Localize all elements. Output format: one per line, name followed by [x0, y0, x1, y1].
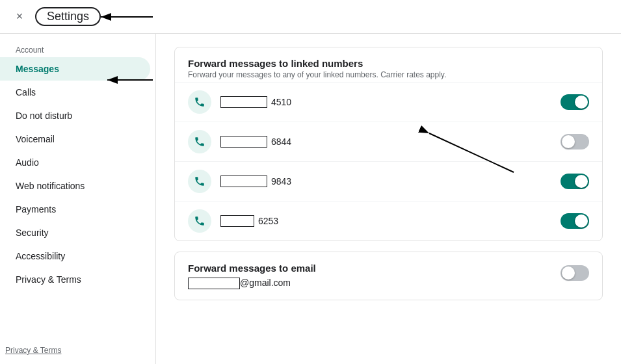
sidebar-item-do-not-disturb[interactable]: Do not disturb: [0, 104, 150, 127]
forward-email-content: Forward messages to email @gmail.com: [188, 263, 553, 289]
privacy-terms-footer[interactable]: Privacy & Terms: [5, 346, 61, 355]
sidebar-item-voicemail[interactable]: Voicemail: [0, 127, 150, 151]
sidebar-label-messages: Messages: [16, 64, 59, 74]
sidebar-label-audio: Audio: [16, 157, 39, 168]
header: × Settings: [0, 0, 621, 34]
sidebar-section-account: Account: [0, 39, 150, 57]
sidebar-label-privacy-terms: Privacy & Terms: [16, 274, 81, 285]
phone-label-1: 4510: [220, 96, 561, 108]
sidebar-label-payments: Payments: [16, 204, 56, 214]
close-button[interactable]: ×: [10, 8, 29, 26]
phone-row-4: 6253: [175, 201, 602, 240]
toggle-knob-email: [562, 266, 575, 280]
phone-icon-1: [188, 90, 211, 114]
phone-row-3: 9843: [175, 161, 602, 201]
toggle-knob-1: [575, 96, 588, 109]
email-suffix: @gmail.com: [240, 278, 291, 288]
sidebar-label-security: Security: [16, 228, 49, 238]
sidebar-item-calls[interactable]: Calls: [0, 81, 150, 104]
forward-numbers-subtitle: Forward your messages to any of your lin…: [188, 70, 589, 79]
sidebar-label-accessibility: Accessibility: [16, 251, 65, 261]
forward-email-address: @gmail.com: [188, 278, 553, 289]
toggle-email[interactable]: [561, 265, 589, 281]
phone-row-2: 6844: [175, 122, 602, 161]
sidebar-item-payments[interactable]: Payments: [0, 198, 150, 221]
layout: Account Messages Calls Do not disturb Vo…: [0, 34, 621, 364]
phone-svg-4: [194, 215, 205, 227]
toggle-phone-2[interactable]: [561, 134, 589, 150]
sidebar-label-voicemail: Voicemail: [16, 134, 55, 144]
phone-label-4: 6253: [220, 215, 561, 227]
toggle-knob-3: [575, 175, 588, 188]
phone-icon-2: [188, 130, 211, 153]
settings-title: Settings: [35, 7, 101, 26]
phone-icon-4: [188, 209, 211, 233]
sidebar-item-messages[interactable]: Messages: [0, 57, 150, 81]
forward-email-row: Forward messages to email @gmail.com: [175, 252, 602, 300]
forward-email-title: Forward messages to email: [188, 263, 553, 274]
phone-redacted-4: [220, 215, 254, 227]
phone-icon-3: [188, 170, 211, 193]
forward-numbers-section: Forward messages to linked numbers Forwa…: [174, 47, 603, 241]
toggle-knob-4: [575, 214, 588, 228]
phone-svg-3: [194, 176, 205, 187]
sidebar-item-accessibility[interactable]: Accessibility: [0, 244, 150, 268]
close-icon: ×: [16, 10, 23, 23]
toggle-knob-2: [562, 135, 575, 148]
phone-label-2: 6844: [220, 136, 561, 148]
toggle-phone-4[interactable]: [561, 213, 589, 229]
toggle-phone-1[interactable]: [561, 94, 589, 110]
main-content: Forward messages to linked numbers Forwa…: [156, 34, 621, 364]
phone-suffix-1: 4510: [271, 97, 291, 107]
sidebar-label-calls: Calls: [16, 87, 36, 98]
title-arrow-annotation: [94, 5, 159, 29]
phone-redacted-3: [220, 176, 267, 187]
email-redacted: [188, 278, 240, 289]
forward-numbers-title: Forward messages to linked numbers: [188, 58, 589, 69]
sidebar-item-audio[interactable]: Audio: [0, 151, 150, 174]
phone-row-1: 4510: [175, 82, 602, 122]
sidebar-item-security[interactable]: Security: [0, 221, 150, 244]
phone-svg-2: [194, 136, 205, 148]
forward-numbers-header: Forward messages to linked numbers Forwa…: [175, 47, 602, 82]
sidebar-label-web-notifications: Web notifications: [16, 181, 85, 191]
phone-suffix-4: 6253: [258, 216, 278, 226]
phone-label-3: 9843: [220, 176, 561, 187]
sidebar-label-dnd: Do not disturb: [16, 110, 72, 121]
phone-redacted-2: [220, 136, 267, 148]
phone-suffix-3: 9843: [271, 176, 291, 187]
sidebar-item-web-notifications[interactable]: Web notifications: [0, 174, 150, 198]
sidebar: Account Messages Calls Do not disturb Vo…: [0, 34, 156, 364]
phone-svg-1: [194, 96, 205, 108]
phone-redacted-1: [220, 96, 267, 108]
toggle-phone-3[interactable]: [561, 174, 589, 189]
phone-suffix-2: 6844: [271, 136, 291, 147]
forward-email-section: Forward messages to email @gmail.com: [174, 252, 603, 300]
sidebar-item-privacy-terms[interactable]: Privacy & Terms: [0, 268, 150, 291]
